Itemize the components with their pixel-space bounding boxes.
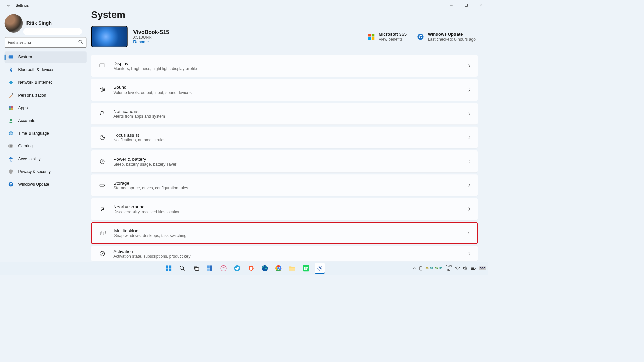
sidebar-item-accessibility[interactable]: Accessibility <box>5 153 87 165</box>
taskbar-start[interactable] <box>164 263 174 273</box>
taskbar-search[interactable] <box>177 263 187 273</box>
system-nearby-sharing[interactable]: Nearby sharingDiscoverability, received … <box>91 198 478 220</box>
language-indicator[interactable]: ENG IN <box>445 264 452 272</box>
cpu-meter: 58 59 59 58 <box>425 267 442 270</box>
svg-rect-23 <box>100 184 104 186</box>
chevron-right-icon <box>467 231 470 235</box>
card-title: Storage <box>113 180 188 186</box>
card-subtitle: Notifications, automatic rules <box>113 138 165 142</box>
card-title: Display <box>113 61 197 66</box>
svg-rect-19 <box>372 37 374 40</box>
system-display[interactable]: DisplayMonitors, brightness, night light… <box>91 55 478 77</box>
sidebar-item-label: Time & language <box>18 131 49 136</box>
windows-update-card[interactable]: Windows Update Last checked: 6 hours ago <box>417 32 476 42</box>
taskbar-telegram[interactable] <box>232 263 242 273</box>
svg-point-37 <box>221 265 226 271</box>
sidebar-item-time-language[interactable]: Time & language <box>5 128 87 139</box>
sidebar-item-system[interactable]: System <box>5 51 87 63</box>
svg-rect-5 <box>9 106 11 108</box>
system-focus-assist[interactable]: Focus assistNotifications, automatic rul… <box>91 127 478 148</box>
👤-icon <box>8 118 14 124</box>
system-multitasking[interactable]: MultitaskingSnap windows, desktops, task… <box>91 222 478 244</box>
windows-update-icon <box>417 33 424 41</box>
svg-point-14 <box>10 157 12 158</box>
🌐-icon <box>8 131 14 136</box>
system-activation[interactable]: ActivationActivation state, subscription… <box>91 246 478 261</box>
taskbar-app-1[interactable] <box>218 263 228 273</box>
taskbar-spotify[interactable] <box>301 263 311 273</box>
search-input[interactable] <box>5 37 87 48</box>
chevron-right-icon <box>468 88 471 92</box>
minimize-button[interactable] <box>444 0 459 11</box>
svg-rect-24 <box>100 232 104 235</box>
svg-point-13 <box>12 146 13 147</box>
taskbar-taskview[interactable] <box>191 263 201 273</box>
svg-point-45 <box>277 267 280 269</box>
svg-rect-35 <box>210 265 212 271</box>
sidebar-item-gaming[interactable]: Gaming <box>5 140 87 152</box>
sidebar-item-personalization[interactable]: Personalization <box>5 89 87 101</box>
close-icon <box>479 4 482 7</box>
maximize-button[interactable] <box>459 0 474 11</box>
tray-chevron-icon[interactable] <box>413 267 416 270</box>
card-subtitle: Volume levels, output, input, sound devi… <box>113 90 192 95</box>
🔄-icon <box>8 181 14 187</box>
svg-rect-28 <box>169 265 172 268</box>
system-sound[interactable]: SoundVolume levels, output, input, sound… <box>91 79 478 101</box>
system-storage[interactable]: StorageStorage space, drives, configurat… <box>91 174 478 196</box>
sidebar-item-accounts[interactable]: Accounts <box>5 115 87 127</box>
svg-rect-48 <box>419 266 422 270</box>
sidebar-item-network-internet[interactable]: Network & internet <box>5 77 87 88</box>
taskbar-explorer[interactable] <box>287 263 297 273</box>
card-title: Multitasking <box>114 228 186 234</box>
svg-rect-34 <box>207 265 210 268</box>
🎮-icon <box>8 143 14 149</box>
sound-icon <box>98 87 106 93</box>
apps-icon <box>8 105 14 111</box>
svg-point-15 <box>9 182 13 187</box>
taskbar-brave[interactable] <box>246 263 256 273</box>
card-title: Power & battery <box>113 157 176 162</box>
volume-icon[interactable] <box>463 266 468 270</box>
card-title: Nearby sharing <box>113 204 180 209</box>
rename-link[interactable]: Rename <box>133 40 362 44</box>
🖌️-icon <box>8 93 14 98</box>
svg-rect-16 <box>368 34 371 36</box>
microsoft-365-card[interactable]: Microsoft 365 View benefits <box>368 32 407 42</box>
battery-icon[interactable] <box>471 266 476 270</box>
sidebar-item-apps[interactable]: Apps <box>5 102 87 114</box>
svg-rect-21 <box>100 64 105 67</box>
taskbar-chrome[interactable] <box>273 263 283 273</box>
sidebar-item-windows-update[interactable]: Windows Update <box>5 178 87 190</box>
system-notifications[interactable]: NotificationsAlerts from apps and system <box>91 103 478 124</box>
back-button[interactable] <box>5 2 12 9</box>
sidebar-item-privacy-security[interactable]: Privacy & security <box>5 166 87 177</box>
card-subtitle: Activation state, subscriptions, product… <box>113 254 190 259</box>
wifi-icon[interactable] <box>455 266 460 270</box>
card-subtitle: Discoverability, received files location <box>113 209 180 214</box>
card-subtitle: Sleep, battery usage, battery saver <box>113 162 176 167</box>
svg-point-47 <box>319 267 321 269</box>
taskbar-settings[interactable] <box>315 263 325 273</box>
sidebar-item-bluetooth-devices[interactable]: Bluetooth & devices <box>5 64 87 76</box>
chevron-right-icon <box>468 135 471 139</box>
svg-point-50 <box>457 269 458 270</box>
card-subtitle: Alerts from apps and system <box>113 114 165 119</box>
avatar[interactable] <box>5 14 23 33</box>
card-subtitle: Storage space, drives, configuration rul… <box>113 186 188 190</box>
taskbar-edge[interactable] <box>260 263 270 273</box>
svg-rect-18 <box>368 37 371 40</box>
system-power-battery[interactable]: Power & batterySleep, battery usage, bat… <box>91 150 478 172</box>
svg-rect-4 <box>11 93 13 95</box>
svg-rect-8 <box>11 108 13 110</box>
tray-app-label: GRC <box>479 266 486 270</box>
svg-rect-29 <box>166 268 168 271</box>
svg-rect-27 <box>166 265 168 268</box>
svg-rect-30 <box>169 268 172 271</box>
close-button[interactable] <box>474 0 488 11</box>
device-thumbnail[interactable] <box>91 26 127 47</box>
svg-rect-52 <box>475 268 476 269</box>
taskbar-widgets[interactable] <box>205 263 215 273</box>
💻-icon <box>8 54 14 60</box>
acc-icon <box>8 156 14 162</box>
